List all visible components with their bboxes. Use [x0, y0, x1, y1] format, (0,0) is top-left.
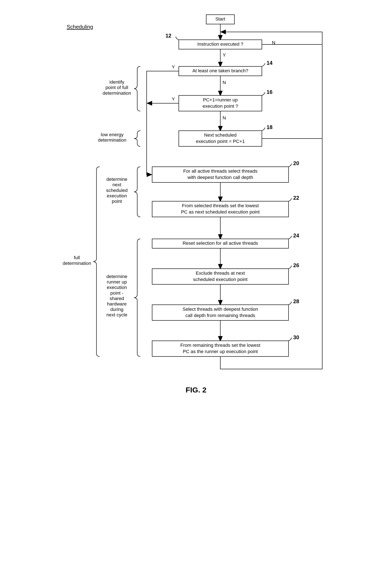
label-20: 20	[293, 160, 299, 166]
brace-5-l5: shared	[110, 296, 124, 301]
label-26: 26	[293, 262, 299, 268]
node-24: Reset selection for all active threads	[182, 241, 258, 246]
node-30-l1: From remaining threads set the lowest	[180, 343, 260, 348]
node-18-l1: Next scheduled	[204, 132, 237, 138]
node-30-l2: PC as the runner up execution point	[183, 349, 258, 354]
diagram-heading: Scheduling	[67, 24, 93, 30]
brace-3-l3: scheduled	[106, 188, 127, 193]
edge-14-y: Y	[172, 64, 175, 70]
label-16: 16	[266, 89, 272, 95]
label-28: 28	[293, 298, 299, 304]
brace-4-l1: full	[74, 255, 80, 260]
flowchart-diagram: Scheduling Start Instruction executed ? …	[49, 8, 343, 433]
node-26-l1: Exclude threads at next	[196, 270, 245, 276]
node-20-l2: with deepest function call depth	[187, 175, 253, 180]
node-14: At least one taken branch?	[192, 68, 248, 73]
brace-1-l2: point of full	[105, 85, 128, 90]
label-24: 24	[293, 233, 299, 239]
edge-16-y: Y	[172, 96, 175, 102]
label-30: 30	[293, 334, 299, 340]
start-node: Start	[215, 16, 225, 22]
edge-12-y: Y	[223, 53, 226, 58]
node-12: Instruction executed ?	[197, 42, 243, 47]
brace-1-l3: determination	[102, 90, 131, 96]
label-22: 22	[293, 195, 299, 201]
node-20-l1: For all active threads select threads	[183, 169, 257, 174]
brace-5-l6: hardware	[107, 301, 126, 307]
node-28-l2: call depth from remaining threads	[185, 313, 255, 318]
node-22-l2: PC as next scheduled execution point	[181, 209, 260, 214]
brace-3-l2: next	[112, 182, 121, 187]
brace-5-l8: next cycle	[106, 312, 127, 317]
node-28-l1: Select threads with deepest function	[182, 307, 258, 312]
brace-2-l1: low energy	[101, 132, 124, 137]
label-12: 12	[165, 33, 171, 39]
brace-5-l3: execution	[107, 285, 127, 290]
brace-3-l5: point	[112, 199, 122, 204]
brace-5-l7: during	[110, 307, 123, 312]
label-18: 18	[266, 124, 272, 130]
edge-16-n: N	[223, 115, 226, 120]
edge-14-n: N	[223, 80, 226, 85]
node-16-l1: PC+1=runner up	[203, 97, 238, 102]
figure-label: FIG. 2	[185, 385, 206, 394]
brace-3-l4: execution	[107, 193, 127, 198]
brace-3-l1: determine	[106, 177, 127, 182]
brace-5-l4: point -	[110, 290, 123, 296]
brace-1-l1: identify	[109, 79, 125, 85]
node-26-l2: scheduled execution point	[193, 277, 247, 282]
brace-2-l2: determination	[98, 138, 126, 143]
brace-5-l2: runner up	[107, 279, 127, 284]
node-22-l1: From selected threads set the lowest	[182, 203, 259, 208]
label-14: 14	[266, 60, 273, 66]
node-16-l2: execution point ?	[202, 103, 238, 109]
node-18-l2: execution point = PC+1	[196, 139, 244, 144]
brace-5-l1: determine	[106, 274, 127, 279]
brace-4-l2: determination	[62, 261, 91, 266]
